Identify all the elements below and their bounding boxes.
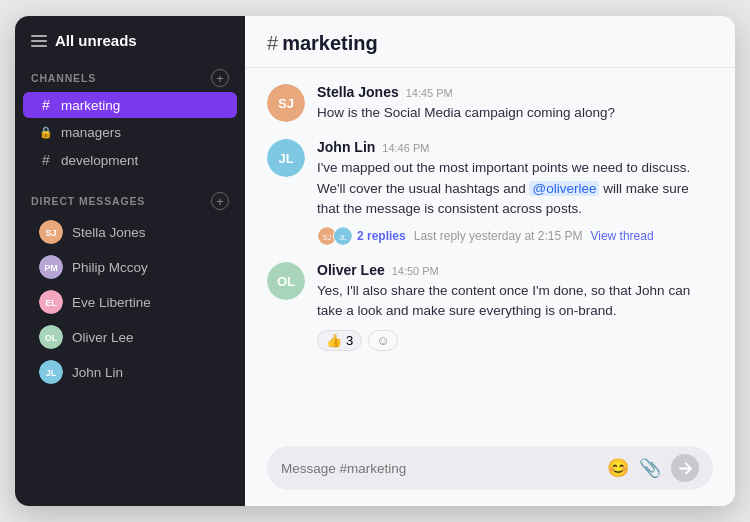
- avatar-msg2: JL: [267, 139, 305, 177]
- sidebar-item-development[interactable]: # development: [23, 147, 237, 173]
- hamburger-icon[interactable]: [31, 35, 47, 47]
- message-author-3: Oliver Lee: [317, 262, 385, 278]
- channel-header: # marketing: [245, 16, 735, 68]
- hash-icon-dev: #: [39, 152, 53, 168]
- message-author-2: John Lin: [317, 139, 375, 155]
- message-meta-1: Stella Jones 14:45 PM: [317, 84, 713, 100]
- svg-text:SJ: SJ: [323, 233, 332, 242]
- emoji-picker-icon[interactable]: 😊: [607, 457, 629, 479]
- messages-area: SJ Stella Jones 14:45 PM How is the Soci…: [245, 68, 735, 436]
- replies-count: 2 replies: [357, 229, 406, 243]
- dm-section-header: DIRECT MESSAGES +: [15, 184, 245, 214]
- sidebar-title: All unreads: [55, 32, 137, 49]
- sidebar-header: All unreads: [15, 16, 245, 61]
- sidebar-item-marketing[interactable]: # marketing: [23, 92, 237, 118]
- svg-text:JL: JL: [46, 368, 57, 378]
- svg-text:SJ: SJ: [45, 228, 56, 238]
- dm-name-john-lin: John Lin: [72, 365, 123, 380]
- message-time-3: 14:50 PM: [392, 265, 439, 277]
- message-input-box: 😊 📎: [267, 446, 713, 490]
- channel-hash-symbol: #: [267, 32, 278, 55]
- channel-name-managers: managers: [61, 125, 121, 140]
- dm-name-stella-jones: Stella Jones: [72, 225, 146, 240]
- message-body-1: Stella Jones 14:45 PM How is the Social …: [317, 84, 713, 123]
- sidebar: All unreads CHANNELS + # marketing 🔒 man…: [15, 16, 245, 506]
- dm-item-stella-jones[interactable]: SJ Stella Jones: [23, 215, 237, 249]
- avatar-msg1: SJ: [267, 84, 305, 122]
- reactions-area: 👍 3 ☺: [317, 330, 713, 351]
- channels-section-header: CHANNELS +: [15, 61, 245, 91]
- message-meta-3: Oliver Lee 14:50 PM: [317, 262, 713, 278]
- channel-name-marketing: marketing: [61, 98, 120, 113]
- svg-text:JL: JL: [339, 233, 347, 242]
- table-row: OL Oliver Lee 14:50 PM Yes, I'll also sh…: [267, 262, 713, 351]
- add-reaction-button[interactable]: ☺: [368, 330, 397, 351]
- dm-name-eve-libertine: Eve Libertine: [72, 295, 151, 310]
- message-input-area: 😊 📎: [245, 436, 735, 506]
- message-body-2: John Lin 14:46 PM I've mapped out the mo…: [317, 139, 713, 246]
- svg-text:OL: OL: [45, 333, 58, 343]
- thread-replies: SJ JL 2 replies Last reply yesterday at …: [317, 226, 713, 246]
- reaction-thumbsup[interactable]: 👍 3: [317, 330, 362, 351]
- message-text-1: How is the Social Media campaign coming …: [317, 103, 713, 123]
- app-container: All unreads CHANNELS + # marketing 🔒 man…: [15, 16, 735, 506]
- reply-avatars: SJ JL: [317, 226, 349, 246]
- view-thread-link[interactable]: View thread: [590, 229, 653, 243]
- message-time-2: 14:46 PM: [382, 142, 429, 154]
- message-body-3: Oliver Lee 14:50 PM Yes, I'll also share…: [317, 262, 713, 351]
- reaction-count: 3: [346, 333, 353, 348]
- dm-section: DIRECT MESSAGES + SJ Stella Jones PM Phi…: [15, 184, 245, 390]
- replies-time: Last reply yesterday at 2:15 PM: [414, 229, 583, 243]
- avatar-john-lin: JL: [39, 360, 63, 384]
- add-dm-button[interactable]: +: [211, 192, 229, 210]
- svg-text:JL: JL: [278, 151, 293, 166]
- message-author-1: Stella Jones: [317, 84, 399, 100]
- message-meta-2: John Lin 14:46 PM: [317, 139, 713, 155]
- svg-text:EL: EL: [45, 298, 57, 308]
- avatar-msg3: OL: [267, 262, 305, 300]
- dm-name-philip-mccoy: Philip Mccoy: [72, 260, 148, 275]
- add-channel-button[interactable]: +: [211, 69, 229, 87]
- svg-text:SJ: SJ: [278, 96, 294, 111]
- avatar-philip-mccoy: PM: [39, 255, 63, 279]
- main-content: # marketing SJ Stella Jones 14:45 PM How…: [245, 16, 735, 506]
- table-row: SJ Stella Jones 14:45 PM How is the Soci…: [267, 84, 713, 123]
- dm-name-oliver-lee: Oliver Lee: [72, 330, 134, 345]
- message-text-3: Yes, I'll also share the content once I'…: [317, 281, 713, 322]
- reaction-emoji: 👍: [326, 333, 342, 348]
- message-time-1: 14:45 PM: [406, 87, 453, 99]
- send-button[interactable]: [671, 454, 699, 482]
- avatar-oliver-lee: OL: [39, 325, 63, 349]
- attachment-icon[interactable]: 📎: [639, 457, 661, 479]
- dm-item-oliver-lee[interactable]: OL Oliver Lee: [23, 320, 237, 354]
- avatar-eve-libertine: EL: [39, 290, 63, 314]
- channel-title: # marketing: [267, 32, 713, 55]
- channel-name-development: development: [61, 153, 138, 168]
- lock-icon: 🔒: [39, 126, 53, 139]
- mention-oliverlee: @oliverlee: [529, 181, 599, 196]
- message-text-2: I've mapped out the most important point…: [317, 158, 713, 219]
- channel-title-text: marketing: [282, 32, 378, 55]
- dm-label: DIRECT MESSAGES: [31, 195, 145, 207]
- dm-item-philip-mccoy[interactable]: PM Philip Mccoy: [23, 250, 237, 284]
- svg-text:OL: OL: [277, 274, 295, 289]
- dm-item-eve-libertine[interactable]: EL Eve Libertine: [23, 285, 237, 319]
- dm-item-john-lin[interactable]: JL John Lin: [23, 355, 237, 389]
- svg-text:PM: PM: [44, 263, 58, 273]
- hash-icon: #: [39, 97, 53, 113]
- reply-avatar-2: JL: [333, 226, 353, 246]
- message-input[interactable]: [281, 461, 597, 476]
- sidebar-item-managers[interactable]: 🔒 managers: [23, 120, 237, 145]
- avatar-stella-jones: SJ: [39, 220, 63, 244]
- channels-label: CHANNELS: [31, 72, 96, 84]
- table-row: JL John Lin 14:46 PM I've mapped out the…: [267, 139, 713, 246]
